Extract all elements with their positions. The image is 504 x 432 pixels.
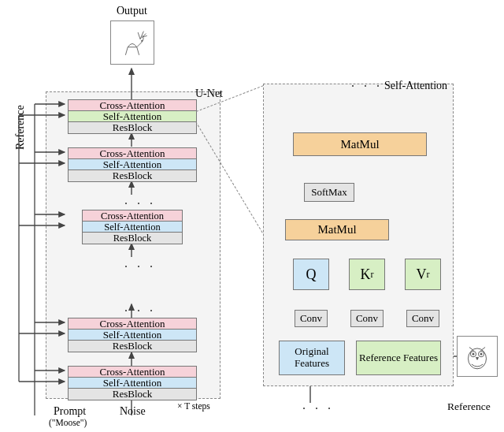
svg-point-39 xyxy=(480,353,482,355)
unet-ellipsis-3: . . . xyxy=(124,300,156,315)
self-attention-title: Self-Attention xyxy=(384,80,447,92)
reference-side-label: Reference xyxy=(14,105,27,150)
output-image xyxy=(110,20,154,65)
sa-conv-q: Conv xyxy=(295,310,328,327)
unet-resblock-2: ResBlock xyxy=(82,232,183,244)
output-label: Output xyxy=(117,5,147,17)
noise-label: Noise xyxy=(120,405,146,418)
sa-k: Kr xyxy=(349,259,385,290)
moose-icon xyxy=(114,24,150,61)
reference-label: Reference xyxy=(447,400,491,413)
unet-label: U-Net xyxy=(195,88,223,100)
t-steps-label: × T steps xyxy=(177,401,210,411)
sa-conv-v: Conv xyxy=(406,310,439,327)
unet-ellipsis-2: . . . xyxy=(124,256,156,270)
prompt-label: Prompt xyxy=(54,405,86,418)
sa-softmax: SoftMax xyxy=(304,183,354,202)
sa-original-features: Original Features xyxy=(279,341,345,375)
unet-resblock-1: ResBlock xyxy=(68,169,197,182)
sa-q: Q xyxy=(293,259,329,290)
sa-ellipsis-bottom: . . . xyxy=(302,398,334,412)
unet-container xyxy=(46,91,220,399)
reference-image xyxy=(457,336,498,377)
unet-ellipsis-1: . . . xyxy=(124,193,156,207)
prompt-value: ("Moose") xyxy=(49,418,87,427)
svg-point-0 xyxy=(142,40,143,41)
svg-point-38 xyxy=(472,353,474,355)
sa-ellipsis-top: . . . xyxy=(351,76,383,90)
sa-conv-k: Conv xyxy=(350,310,384,327)
sa-v: Vr xyxy=(405,259,441,290)
diagram-canvas: Output Reference U-Net xyxy=(0,0,504,432)
sa-reference-features: Reference Features xyxy=(356,341,441,375)
unet-resblock-4: ResBlock xyxy=(68,388,197,400)
unet-resblock-0: ResBlock xyxy=(68,121,197,134)
unet-resblock-3: ResBlock xyxy=(68,340,197,352)
sa-matmul-1: MatMul xyxy=(285,219,389,240)
owl-icon xyxy=(459,338,495,374)
sa-matmul-2: MatMul xyxy=(293,132,427,156)
